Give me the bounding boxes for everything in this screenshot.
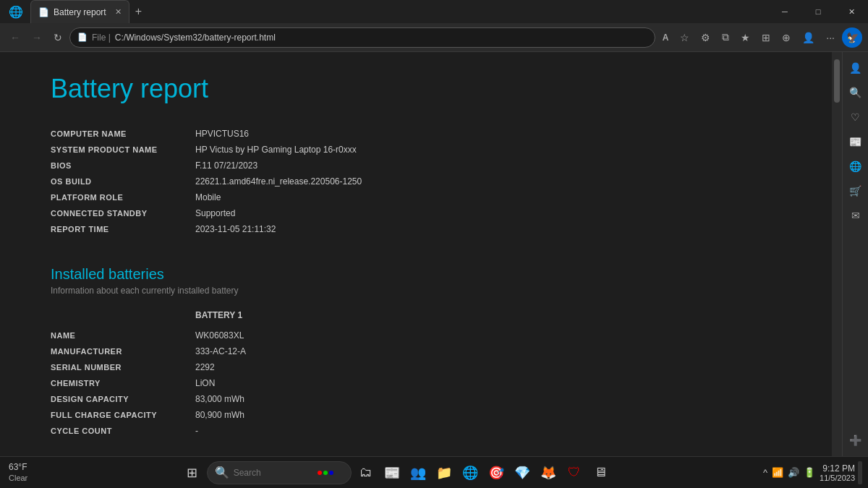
split-view-button[interactable]: ⧉ [718,28,733,46]
info-label: COMPUTER NAME [51,129,195,138]
antivirus-icon[interactable]: 🛡 [563,461,586,484]
info-label: CONNECTED STANDBY [51,209,195,218]
info-label: OS BUILD [51,177,195,186]
taskbar-left: 63°F Clear [6,462,30,484]
edge-sidebar-icon-5[interactable]: 🛒 [846,181,866,201]
info-row: BIOSF.11 07/21/2023 [51,158,796,174]
tab-page-icon: 📄 [38,7,49,17]
edge-sidebar-icon-1[interactable]: 🔍 [846,82,866,103]
info-value: 22621.1.amd64fre.ni_release.220506-1250 [195,176,362,187]
close-button[interactable]: ✕ [835,0,868,23]
windows-start-button[interactable]: ⊞ [181,461,204,484]
battery-info-value: 80,900 mWh [195,410,244,420]
refresh-button[interactable]: ↻ [49,29,67,46]
edge-icon[interactable]: 🌐 [459,461,482,484]
taskbar-center: ⊞ 🔍 🗂 📰 👥 📁 🌐 🎯 💎 🦊 🛡 🖥 [30,461,762,484]
battery-info-value: - [195,426,198,436]
edge-sidebar-add-icon[interactable]: ➕ [846,430,866,450]
page-title: Battery report [51,74,796,104]
new-tab-button[interactable]: + [129,5,148,18]
computer-info-table: COMPUTER NAMEHPVICTUS16SYSTEM PRODUCT NA… [51,126,796,237]
task-view-button[interactable]: 🗂 [354,461,378,484]
time-block[interactable]: 9:12 PM 11/5/2023 [820,463,855,482]
battery-info-value: 333-AC-12-A [195,346,246,356]
taskbar-right: ^ 📶 🔊 🔋 9:12 PM 11/5/2023 [762,461,862,484]
active-tab[interactable]: 📄 Battery report ✕ [30,0,129,23]
battery-info-label: CHEMISTRY [51,379,195,388]
edge-sidebar-icon-2[interactable]: ♡ [846,107,866,127]
search-dots [318,471,333,475]
edge-sidebar-icon-6[interactable]: ✉ [846,205,866,226]
battery-icon[interactable]: 🔋 [802,466,817,479]
info-value: HP Victus by HP Gaming Laptop 16-r0xxx [195,145,357,155]
show-hidden-icons[interactable]: ^ [762,466,769,479]
installed-batteries-title: Installed batteries [51,266,796,283]
settings-button[interactable]: ⚙ [697,29,715,46]
info-value: HPVICTUS16 [195,129,249,139]
extensions-button[interactable]: ⊕ [778,29,795,46]
maximize-button[interactable]: □ [801,0,835,23]
info-row: OS BUILD22621.1.amd64fre.ni_release.2205… [51,174,796,189]
battery-info-label: CYCLE COUNT [51,427,195,435]
weather-temp: 63°F [9,462,27,472]
installed-batteries-subtitle: Information about each currently install… [51,286,796,296]
battery-info-value: LiON [195,378,215,388]
tab-close-button[interactable]: ✕ [115,7,122,17]
taskbar-search-bar[interactable]: 🔍 [207,461,352,484]
address-bar[interactable]: 📄 File | C:/Windows/System32/battery-rep… [69,27,655,48]
battery-info-row: DESIGN CAPACITY83,000 mWh [51,391,796,407]
add-fav-button[interactable]: ★ [736,29,754,46]
show-desktop-button[interactable] [858,461,862,484]
app-icon-7[interactable]: 💎 [511,461,534,484]
info-label: PLATFORM ROLE [51,193,195,202]
app-icon-6[interactable]: 🎯 [485,461,508,484]
dot-blue [329,471,333,475]
taskbar: 63°F Clear ⊞ 🔍 🗂 📰 👥 📁 🌐 🎯 💎 🦊 🛡 🖥 ^ [0,456,868,488]
edge-sidebar-icon-0[interactable]: 👤 [846,58,866,78]
firefox-icon[interactable]: 🦊 [537,461,560,484]
file-icon: 📄 [77,33,88,42]
battery-header: BATTERY 1 [51,310,796,320]
edge-sidebar-icon-3[interactable]: 📰 [846,132,866,152]
dot-red [318,471,322,475]
back-button[interactable]: ← [6,29,25,46]
weather-widget[interactable]: 63°F Clear [6,462,30,484]
info-value: Supported [195,208,235,218]
read-aloud-button[interactable]: A [658,30,673,46]
systray: ^ 📶 🔊 🔋 [762,466,817,479]
edge-sidebar-icon-4[interactable]: 🌐 [846,156,866,176]
info-row: PLATFORM ROLEMobile [51,189,796,205]
terminal-icon[interactable]: 🖥 [589,461,612,484]
forward-button[interactable]: → [27,29,46,46]
volume-icon[interactable]: 🔊 [786,466,801,479]
info-row: COMPUTER NAMEHPVICTUS16 [51,126,796,142]
scrollbar-thumb[interactable] [834,59,840,103]
browser-content: Battery report COMPUTER NAMEHPVICTUS16SY… [0,52,868,456]
info-label: REPORT TIME [51,225,195,234]
date-display: 11/5/2023 [820,474,855,482]
teams-icon[interactable]: 👥 [407,461,430,484]
collections-button[interactable]: ⊞ [757,29,775,46]
installed-batteries-section: Installed batteries Information about ea… [51,266,796,439]
nav-icons-right: A ☆ ⚙ ⧉ ★ ⊞ ⊕ 👤 ··· 🦅 [658,27,862,48]
edge-sidebar: 👤🔍♡📰🌐🛒✉➕ [842,52,868,456]
battery-info-row: MANUFACTURER333-AC-12-A [51,343,796,359]
search-input[interactable] [234,468,313,478]
edge-profile-avatar[interactable]: 🦅 [842,27,862,48]
battery-info-label: MANUFACTURER [51,347,195,356]
battery-info-row: CHEMISTRYLiON [51,375,796,391]
battery-info-label: FULL CHARGE CAPACITY [51,411,195,419]
info-value: F.11 07/21/2023 [195,160,258,171]
battery-info-value: WK06083XL [195,330,244,341]
scrollbar-track[interactable] [832,52,842,456]
info-row: SYSTEM PRODUCT NAMEHP Victus by HP Gamin… [51,142,796,158]
widgets-button[interactable]: 📰 [380,461,404,484]
profile-button[interactable]: 👤 [798,29,819,46]
nav-bar: ← → ↻ 📄 File | C:/Windows/System32/batte… [0,23,868,52]
time-display: 9:12 PM [820,463,855,474]
file-explorer-icon[interactable]: 📁 [433,461,456,484]
favorites-button[interactable]: ☆ [676,29,694,46]
more-button[interactable]: ··· [822,29,839,46]
minimize-button[interactable]: ─ [768,0,801,23]
network-icon[interactable]: 📶 [770,466,785,479]
